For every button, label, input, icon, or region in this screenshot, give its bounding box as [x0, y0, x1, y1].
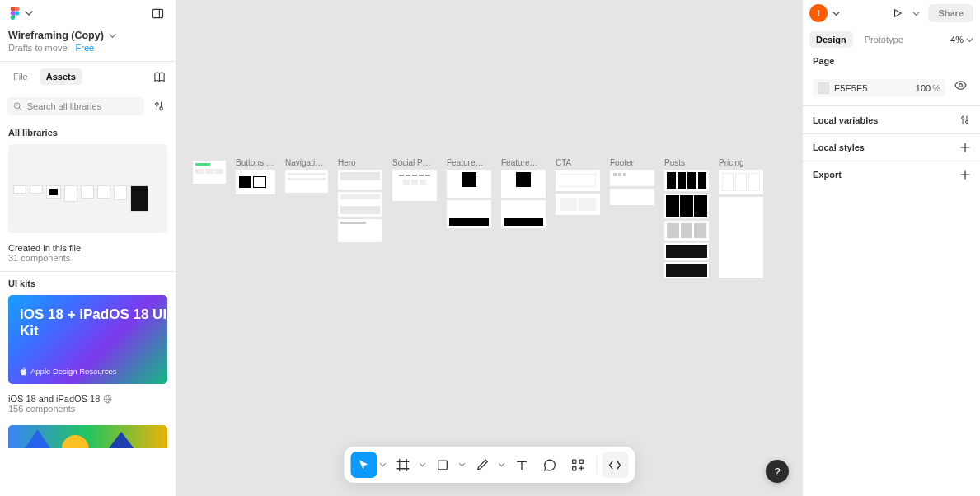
plan-badge[interactable]: Free — [76, 43, 95, 53]
actions-tool-button[interactable] — [565, 452, 591, 478]
frame-8[interactable]: Footer — [610, 158, 654, 205]
search-icon — [13, 101, 22, 111]
search-input-wrapper[interactable] — [7, 97, 144, 115]
move-tool-dropdown[interactable] — [377, 452, 388, 478]
frame-label: Footer — [610, 158, 654, 167]
pen-tool-dropdown[interactable] — [495, 452, 507, 478]
bottom-toolbar — [344, 447, 635, 483]
ios-kit-card[interactable]: iOS 18 + iPadOS 18 UI Kit Apple Design R… — [8, 295, 167, 384]
zoom-dropdown[interactable]: 4% — [950, 35, 973, 44]
plus-icon[interactable] — [960, 143, 970, 152]
chevron-down-icon — [25, 9, 33, 17]
svg-marker-11 — [25, 429, 49, 448]
library-card-count: 31 components — [0, 253, 176, 271]
tab-design[interactable]: Design — [809, 31, 853, 48]
sliders-icon[interactable] — [959, 115, 970, 125]
frame-0[interactable] — [193, 158, 226, 184]
frame-icon — [396, 458, 410, 472]
code-icon — [608, 458, 622, 472]
page-background-control[interactable]: E5E5E5 100% — [813, 79, 945, 97]
chevron-down-icon[interactable] — [109, 32, 116, 40]
frame-1[interactable]: Buttons … — [236, 158, 275, 194]
dev-mode-button[interactable] — [602, 452, 628, 478]
frame-9[interactable]: Posts — [664, 158, 709, 278]
file-location[interactable]: Drafts to move — [8, 43, 68, 53]
comment-icon — [543, 458, 557, 472]
svg-rect-20 — [579, 460, 583, 463]
svg-rect-19 — [573, 460, 576, 463]
export-section[interactable]: Export — [813, 170, 970, 180]
frame-7[interactable]: CTA — [556, 158, 600, 215]
left-sidebar: Wireframing (Copy) Drafts to move Free F… — [0, 0, 176, 496]
ios-kit-card-title: iOS 18 + iPadOS 18 UI Kit — [20, 306, 167, 339]
shape-tool-button[interactable] — [429, 452, 456, 478]
book-icon — [153, 71, 166, 83]
canvas[interactable]: Buttons …Navigati…HeroSocial P…Feature…F… — [176, 0, 802, 496]
globe-icon — [103, 395, 112, 404]
right-sidebar: I Share Design Prototype 4% Page — [802, 0, 980, 496]
team-library-button[interactable] — [149, 67, 169, 87]
page-section-header[interactable]: Page — [813, 56, 970, 66]
library-card-title: Created in this file — [0, 240, 176, 253]
library-thumbnail[interactable] — [8, 144, 167, 233]
apple-icon — [20, 367, 27, 376]
toggle-sidebar-button[interactable] — [148, 3, 167, 23]
local-styles-section[interactable]: Local styles — [813, 143, 970, 152]
frame-3[interactable]: Hero — [338, 158, 382, 242]
chevron-down-icon[interactable] — [912, 10, 920, 17]
frame-10[interactable]: Pricing — [719, 158, 763, 278]
frame-2[interactable]: Navigati… — [285, 158, 328, 193]
shape-tool-dropdown[interactable] — [456, 452, 467, 478]
visibility-toggle[interactable] — [950, 75, 970, 95]
svg-marker-13 — [109, 432, 134, 448]
figma-logo-icon — [8, 7, 21, 20]
frame-label: Feature… — [447, 158, 491, 167]
filter-button[interactable] — [149, 96, 169, 116]
svg-rect-0 — [152, 9, 162, 17]
eye-icon — [954, 79, 967, 91]
sliders-icon — [153, 101, 165, 112]
svg-point-12 — [62, 435, 89, 448]
search-input[interactable] — [27, 101, 138, 111]
pen-tool-button[interactable] — [469, 452, 495, 478]
tab-prototype[interactable]: Prototype — [858, 31, 910, 48]
comment-tool-button[interactable] — [537, 452, 563, 478]
zoom-value: 4% — [950, 35, 964, 44]
text-tool-button[interactable] — [509, 452, 535, 478]
ios-kit-row-title[interactable]: iOS 18 and iPadOS 18 — [8, 394, 100, 404]
frame-label: Feature… — [501, 158, 546, 167]
move-tool-button[interactable] — [350, 452, 377, 478]
help-button[interactable]: ? — [766, 460, 789, 483]
frame-label: Posts — [664, 158, 709, 167]
page-hex-value[interactable]: E5E5E5 — [834, 83, 911, 93]
svg-rect-21 — [573, 466, 576, 470]
frame-6[interactable]: Feature… — [501, 158, 546, 228]
user-avatar[interactable]: I — [809, 4, 828, 22]
present-button[interactable] — [888, 3, 907, 23]
main-menu-button[interactable] — [8, 7, 33, 20]
actions-icon — [571, 458, 585, 472]
svg-point-26 — [965, 120, 968, 123]
frame-tool-button[interactable] — [390, 452, 416, 478]
plus-icon[interactable] — [960, 170, 970, 180]
frame-label: Social P… — [392, 158, 437, 167]
panel-icon — [152, 7, 164, 20]
svg-line-3 — [19, 108, 21, 110]
svg-rect-18 — [438, 461, 448, 470]
share-button[interactable]: Share — [928, 4, 973, 22]
svg-point-24 — [962, 117, 964, 119]
color-swatch[interactable] — [818, 82, 829, 94]
frame-4[interactable]: Social P… — [392, 158, 437, 201]
section-all-libraries[interactable]: All libraries — [0, 121, 176, 141]
file-title[interactable]: Wireframing (Copy) — [8, 30, 104, 41]
section-ui-kits[interactable]: UI kits — [0, 272, 176, 292]
chevron-down-icon[interactable] — [832, 10, 840, 17]
frame-5[interactable]: Feature… — [447, 158, 491, 228]
tab-file[interactable]: File — [7, 68, 35, 85]
local-variables-section[interactable]: Local variables — [813, 115, 970, 125]
page-opacity-value[interactable]: 100% — [916, 83, 940, 93]
second-kit-card[interactable] — [8, 425, 167, 448]
frame-tool-dropdown[interactable] — [416, 452, 428, 478]
text-icon — [515, 458, 529, 472]
tab-assets[interactable]: Assets — [40, 68, 82, 85]
